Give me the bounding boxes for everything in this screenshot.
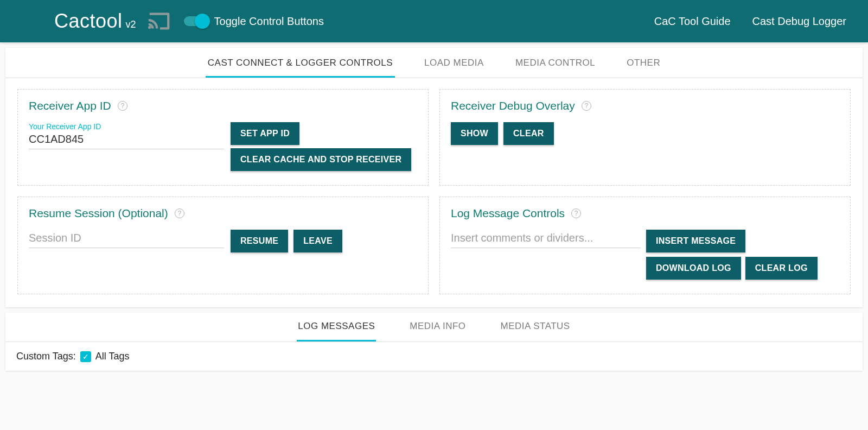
card-receiver-app-id: Receiver App ID ? Your Receiver App ID S…: [17, 89, 429, 186]
link-debug-logger[interactable]: Cast Debug Logger: [752, 15, 846, 28]
receiver-app-id-field: Your Receiver App ID: [29, 122, 224, 149]
custom-tags-row: Custom Tags: ✓ All Tags: [5, 342, 863, 371]
toggle-label: Toggle Control Buttons: [214, 15, 324, 28]
cards-grid: Receiver App ID ? Your Receiver App ID S…: [5, 78, 863, 307]
help-icon[interactable]: ?: [582, 101, 591, 111]
tab-load-media[interactable]: LOAD MEDIA: [422, 50, 486, 78]
leave-button[interactable]: LEAVE: [293, 230, 342, 252]
card-title: Receiver App ID: [29, 99, 111, 112]
clear-cache-button[interactable]: CLEAR CACHE AND STOP RECEIVER: [231, 148, 411, 171]
all-tags-checkbox[interactable]: ✓: [80, 351, 91, 362]
toggle-switch[interactable]: [184, 16, 208, 26]
help-icon[interactable]: ?: [571, 208, 581, 218]
toggle-control-buttons: Toggle Control Buttons: [184, 15, 324, 28]
card-log-controls: Log Message Controls ? INSERT MESSAGE DO…: [439, 197, 851, 294]
download-log-button[interactable]: DOWNLOAD LOG: [646, 257, 741, 280]
show-overlay-button[interactable]: SHOW: [451, 122, 498, 145]
app-title: Cactool: [54, 10, 123, 33]
session-id-input[interactable]: [29, 230, 224, 248]
tab-other[interactable]: OTHER: [624, 50, 662, 78]
help-icon[interactable]: ?: [175, 208, 184, 218]
all-tags-label: All Tags: [95, 351, 130, 362]
cast-icon[interactable]: [144, 9, 174, 34]
help-icon[interactable]: ?: [118, 101, 127, 111]
link-guide[interactable]: CaC Tool Guide: [654, 15, 731, 28]
log-message-input[interactable]: [451, 230, 641, 248]
subtab-log-messages[interactable]: LOG MESSAGES: [297, 313, 376, 342]
app-logo: Cactool v2: [54, 10, 136, 33]
card-title: Receiver Debug Overlay: [451, 99, 575, 112]
set-app-id-button[interactable]: SET APP ID: [231, 122, 299, 145]
session-id-field: [29, 230, 224, 248]
log-message-field: [451, 230, 641, 248]
tab-media-control[interactable]: MEDIA CONTROL: [513, 50, 597, 78]
resume-button[interactable]: RESUME: [231, 230, 288, 252]
card-debug-overlay: Receiver Debug Overlay ? SHOW CLEAR: [439, 89, 851, 186]
controls-panel: CAST CONNECT & LOGGER CONTROLS LOAD MEDI…: [5, 48, 863, 307]
clear-overlay-button[interactable]: CLEAR: [503, 122, 554, 145]
app-version: v2: [126, 19, 136, 30]
log-panel: LOG MESSAGES MEDIA INFO MEDIA STATUS Cus…: [5, 313, 863, 371]
subtab-media-status[interactable]: MEDIA STATUS: [500, 313, 571, 342]
insert-message-button[interactable]: INSERT MESSAGE: [646, 230, 745, 252]
field-label: Your Receiver App ID: [29, 122, 224, 131]
app-header: Cactool v2 Toggle Control Buttons CaC To…: [0, 0, 868, 42]
subtab-media-info[interactable]: MEDIA INFO: [409, 313, 467, 342]
card-title: Resume Session (Optional): [29, 207, 168, 220]
header-links: CaC Tool Guide Cast Debug Logger: [654, 15, 846, 28]
receiver-app-id-input[interactable]: [29, 131, 224, 149]
card-title: Log Message Controls: [451, 207, 565, 220]
card-resume-session: Resume Session (Optional) ? RESUME LEAVE: [17, 197, 429, 294]
custom-tags-label: Custom Tags:: [16, 351, 76, 362]
clear-log-button[interactable]: CLEAR LOG: [745, 257, 818, 280]
main-tabs: CAST CONNECT & LOGGER CONTROLS LOAD MEDI…: [5, 48, 863, 78]
tab-cast-connect[interactable]: CAST CONNECT & LOGGER CONTROLS: [206, 50, 395, 78]
svg-point-0: [148, 26, 151, 29]
log-tabs: LOG MESSAGES MEDIA INFO MEDIA STATUS: [5, 313, 863, 342]
